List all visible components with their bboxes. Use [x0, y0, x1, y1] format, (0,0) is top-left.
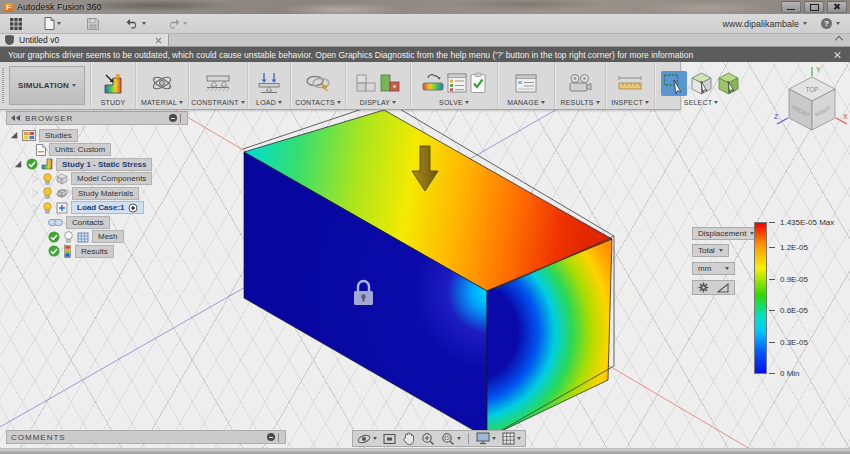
banner-close-icon[interactable]: [833, 51, 841, 59]
constraint-icon[interactable]: [205, 73, 231, 94]
tree-item-contacts[interactable]: Contacts: [6, 215, 216, 230]
tree-label[interactable]: Results: [75, 245, 114, 258]
panel-drag-handle[interactable]: [278, 433, 282, 442]
ribbon-group-constraint[interactable]: CONSTRAINT: [188, 62, 247, 109]
ribbon-group-label[interactable]: LOAD: [256, 99, 276, 106]
collapsed-arrow-icon[interactable]: [32, 189, 38, 197]
tree-item-study1[interactable]: Study 1 - Static Stress: [6, 157, 216, 172]
browser-header[interactable]: BROWSER: [6, 111, 188, 125]
ribbon-group-display[interactable]: DISPLAY: [345, 62, 410, 109]
ribbon-group-inspect[interactable]: INSPECT: [605, 62, 654, 109]
ribbon-group-solve[interactable]: SOLVE: [410, 62, 497, 109]
tree-item-studies[interactable]: Studies: [6, 128, 216, 143]
save-button[interactable]: [84, 17, 102, 31]
ribbon-group-label[interactable]: RESULTS: [560, 99, 593, 106]
active-load-case-radio-icon[interactable]: [128, 203, 138, 213]
workspace-dropdown[interactable]: SIMULATION: [9, 66, 85, 105]
contacts-rings-icon[interactable]: [305, 72, 331, 94]
ribbon-group-label[interactable]: MATERIAL: [141, 99, 177, 106]
results-animate-icon[interactable]: [567, 73, 593, 94]
ribbon-group-label[interactable]: CONSTRAINT: [191, 99, 239, 106]
legend-component-dropdown[interactable]: Total: [692, 244, 729, 257]
minimize-button[interactable]: [781, 1, 801, 13]
zoom-window-button[interactable]: [441, 432, 461, 446]
legend-result-type-dropdown[interactable]: Displacement: [692, 227, 760, 240]
new-study-icon[interactable]: [102, 72, 124, 95]
ribbon-group-manage[interactable]: MANAGE: [497, 62, 554, 109]
tree-label[interactable]: Units: Custom: [49, 143, 111, 156]
ribbon-group-label[interactable]: STUDY: [101, 99, 126, 106]
ribbon-collapse-icon[interactable]: [835, 36, 843, 42]
comments-panel[interactable]: COMMENTS: [6, 430, 286, 444]
panel-options-icon[interactable]: [169, 114, 177, 122]
ribbon-group-label[interactable]: DISPLAY: [360, 99, 390, 106]
manage-icon[interactable]: [515, 74, 537, 93]
tree-label-selected[interactable]: Load Case:1: [71, 201, 144, 214]
tree-label[interactable]: Contacts: [66, 216, 110, 229]
deformation-scale-icon[interactable]: [717, 283, 729, 293]
help-button[interactable]: ?: [821, 18, 832, 29]
ribbon-group-label[interactable]: SOLVE: [439, 99, 463, 106]
tab-close-icon[interactable]: [155, 37, 162, 44]
ribbon-group-load[interactable]: LOAD: [247, 62, 290, 109]
ribbon-group-results[interactable]: RESULTS: [554, 62, 605, 109]
app-menu-button[interactable]: [7, 17, 25, 31]
load-icon[interactable]: [257, 72, 281, 94]
tree-item-study-materials[interactable]: Study Materials: [6, 186, 216, 201]
panel-drag-handle[interactable]: [180, 114, 184, 123]
ribbon-group-select[interactable]: SELECT: [654, 62, 747, 109]
solve-icon[interactable]: [421, 72, 445, 94]
ribbon-group-label[interactable]: MANAGE: [507, 99, 539, 106]
tree-item-mesh[interactable]: Mesh: [6, 230, 216, 245]
select-window-icon[interactable]: [661, 71, 687, 96]
display-settings-button[interactable]: [476, 432, 496, 445]
visibility-bulb-icon[interactable]: [42, 187, 53, 199]
account-name[interactable]: www.dipalikambale: [722, 19, 799, 29]
tree-label[interactable]: Studies: [39, 129, 78, 142]
pan-button[interactable]: [402, 432, 415, 445]
select-body-icon[interactable]: [689, 71, 714, 96]
viewcube-top-label[interactable]: TOP: [805, 86, 818, 93]
look-at-button[interactable]: [383, 433, 396, 445]
collapsed-arrow-icon[interactable]: [32, 204, 38, 212]
undo-button[interactable]: [122, 17, 149, 30]
tab-untitled[interactable]: Untitled v0: [0, 34, 169, 46]
ribbon-group-label[interactable]: SELECT: [684, 99, 712, 106]
viewcube[interactable]: Y Z X TOP FRONT RIGHT: [772, 63, 850, 145]
visibility-bulb-icon[interactable]: [42, 173, 53, 185]
tree-item-units[interactable]: Units: Custom: [6, 143, 216, 158]
tree-item-results[interactable]: Results: [6, 244, 216, 259]
ribbon-group-material[interactable]: MATERIAL: [135, 62, 188, 109]
close-button[interactable]: [827, 1, 847, 13]
ribbon-grip[interactable]: [2, 68, 4, 103]
tree-label[interactable]: Mesh: [92, 230, 124, 243]
redo-button[interactable]: [163, 17, 190, 30]
ribbon-group-contacts[interactable]: CONTACTS: [290, 62, 345, 109]
zoom-button[interactable]: [421, 432, 435, 446]
tree-label[interactable]: Model Components: [71, 172, 152, 185]
maximize-button[interactable]: [804, 1, 824, 13]
visibility-bulb-icon[interactable]: [63, 231, 74, 243]
solve-details-icon[interactable]: [447, 73, 467, 93]
tree-item-load-case[interactable]: Load Case:1: [6, 201, 216, 216]
ribbon-group-study[interactable]: STUDY: [90, 62, 135, 109]
grid-layout-button[interactable]: [502, 432, 521, 445]
visibility-bulb-icon[interactable]: [42, 202, 53, 214]
ribbon-group-label[interactable]: CONTACTS: [295, 99, 335, 106]
gear-icon[interactable]: [698, 282, 709, 293]
orbit-button[interactable]: [357, 432, 377, 446]
model-viewport[interactable]: Y Z X TOP FRONT RIGHT BROWSER: [0, 62, 850, 448]
display-degrees-icon[interactable]: [379, 74, 401, 93]
tree-item-model-components[interactable]: Model Components: [6, 172, 216, 187]
expanded-arrow-icon[interactable]: [15, 161, 21, 167]
expanded-arrow-icon[interactable]: [11, 132, 17, 138]
tree-label[interactable]: Study Materials: [72, 187, 139, 200]
inspect-ruler-icon[interactable]: [617, 75, 643, 91]
display-blocks-icon[interactable]: [355, 74, 377, 93]
legend-units-dropdown[interactable]: mm: [692, 262, 735, 275]
precheck-icon[interactable]: [469, 72, 487, 94]
file-menu-button[interactable]: [41, 16, 64, 31]
material-atom-icon[interactable]: [150, 72, 174, 94]
select-component-icon[interactable]: [716, 71, 741, 96]
tree-label[interactable]: Study 1 - Static Stress: [56, 158, 152, 171]
